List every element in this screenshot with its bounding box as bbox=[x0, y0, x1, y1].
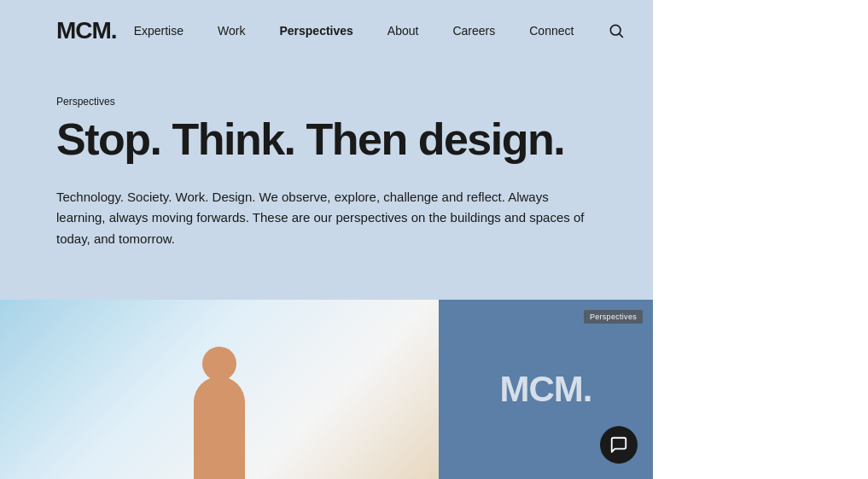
hero-body: Technology. Society. Work. Design. We ob… bbox=[56, 187, 597, 250]
logo[interactable]: MCM. bbox=[56, 17, 117, 44]
card-logo: MCM. bbox=[500, 369, 592, 410]
hero-title: Stop. Think. Then design. bbox=[56, 116, 597, 163]
nav-item-perspectives[interactable]: Perspectives bbox=[262, 24, 370, 38]
svg-line-1 bbox=[620, 34, 623, 38]
nav-item-work[interactable]: Work bbox=[201, 24, 262, 38]
person-silhouette bbox=[168, 325, 271, 479]
nav-item-careers[interactable]: Careers bbox=[435, 24, 512, 38]
search-icon bbox=[608, 22, 625, 39]
section-label: Perspectives bbox=[56, 96, 597, 108]
nav: Expertise Work Perspectives About Career… bbox=[117, 24, 591, 38]
image-card-right: Perspectives MCM. bbox=[439, 300, 653, 479]
page-wrapper: MCM. Expertise Work Perspectives About C… bbox=[0, 0, 868, 479]
image-card-left bbox=[0, 300, 439, 479]
chat-icon bbox=[609, 435, 628, 454]
svg-point-0 bbox=[611, 25, 621, 35]
person-head bbox=[202, 347, 236, 381]
hero-content: Perspectives Stop. Think. Then design. T… bbox=[0, 61, 653, 250]
right-panel bbox=[653, 0, 868, 479]
header: MCM. Expertise Work Perspectives About C… bbox=[0, 0, 653, 61]
search-button[interactable] bbox=[591, 22, 625, 39]
nav-item-about[interactable]: About bbox=[370, 24, 436, 38]
left-panel: MCM. Expertise Work Perspectives About C… bbox=[0, 0, 653, 479]
nav-item-expertise[interactable]: Expertise bbox=[117, 24, 201, 38]
card-badge: Perspectives bbox=[584, 310, 643, 324]
image-strip: Perspectives MCM. bbox=[0, 300, 653, 479]
person-body bbox=[194, 377, 245, 479]
nav-item-connect[interactable]: Connect bbox=[512, 24, 591, 38]
chat-button[interactable] bbox=[600, 426, 638, 464]
